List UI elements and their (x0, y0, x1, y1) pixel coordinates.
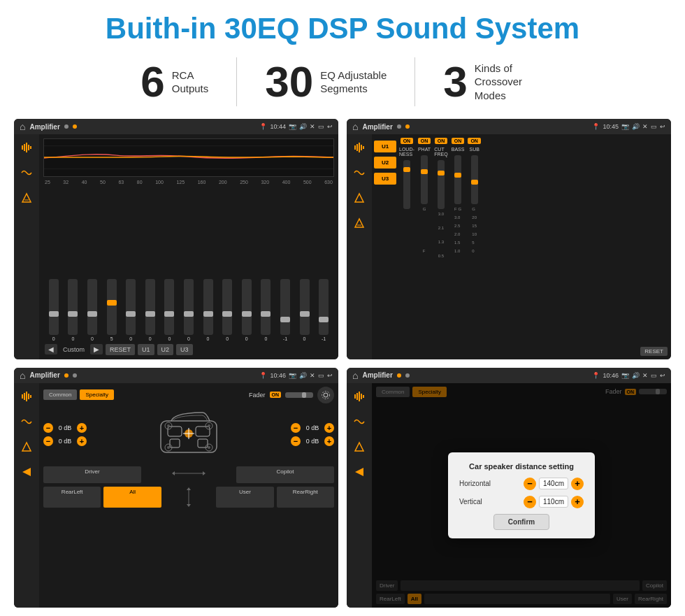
cro-sidebar-icon-4[interactable] (352, 215, 367, 231)
sp-btn-driver[interactable]: Driver (43, 466, 141, 483)
eq-slider-6[interactable]: 0 (141, 279, 159, 341)
vol-lr-plus[interactable]: + (77, 436, 87, 446)
vol-left-front: − 0 dB + (43, 423, 87, 433)
crossover-reset-btn[interactable]: RESET (640, 347, 668, 356)
preset-u3-btn[interactable]: U3 (374, 173, 396, 185)
eq-u2-btn[interactable]: U2 (157, 344, 174, 355)
sp-btn-rearright[interactable]: RearRight (277, 487, 334, 508)
dialog-status-icons: 📍 10:46 📷 🔊 ✕ ▭ ↩ (592, 372, 665, 379)
sp-tab-common[interactable]: Common (43, 389, 77, 400)
dlg-back-icon[interactable]: ↩ (660, 372, 665, 379)
vol-lr-minus[interactable]: − (43, 436, 53, 446)
eq-slider-11[interactable]: 0 (238, 279, 256, 341)
cutfreq-track[interactable] (438, 160, 445, 209)
speaker-home-icon[interactable]: ⌂ (20, 370, 25, 381)
sp-sidebar-icon-1[interactable] (19, 389, 34, 404)
crossover-home-icon[interactable]: ⌂ (352, 121, 358, 132)
sp-sidebar-icon-2[interactable] (19, 414, 34, 429)
dialog-v-plus-btn[interactable]: + (571, 496, 584, 508)
loudness-on[interactable]: ON (401, 138, 414, 144)
preset-u1-btn[interactable]: U1 (374, 141, 396, 152)
phat-track[interactable] (421, 155, 428, 204)
dlg-sidebar-icon-1[interactable] (352, 389, 367, 404)
eq-sidebar-icon-3[interactable] (19, 190, 34, 206)
eq-next-btn[interactable]: ▶ (90, 344, 103, 354)
cro-sidebar-icon-1[interactable] (352, 140, 367, 155)
sub-on[interactable]: ON (468, 138, 481, 144)
stat-crossover: 3 Kinds ofCrossover Modes (415, 60, 572, 103)
eq-slider-13[interactable]: -1 (276, 279, 294, 341)
eq-prev-btn[interactable]: ◀ (45, 344, 57, 354)
cro-sidebar-icon-2[interactable] (352, 165, 367, 180)
fader-on-badge[interactable]: ON (270, 392, 282, 398)
vol-lf-plus[interactable]: + (77, 423, 87, 433)
preset-u2-btn[interactable]: U2 (374, 157, 396, 169)
eq-slider-4[interactable]: 5 (103, 279, 121, 341)
svg-point-36 (167, 424, 170, 427)
dialog-v-minus-btn[interactable]: − (524, 496, 536, 508)
eq-slider-12[interactable]: 0 (257, 279, 275, 341)
sp-camera-icon: 📷 (289, 372, 296, 379)
fader-slider[interactable] (285, 392, 313, 398)
stat-eq: 30 EQ AdjustableSegments (237, 60, 414, 103)
dlg-sidebar-icon-4[interactable] (352, 464, 367, 480)
vol-rr-value: 0 dB (303, 438, 322, 445)
vol-rr-plus[interactable]: + (324, 436, 334, 446)
cro-sidebar-icon-3[interactable] (352, 190, 367, 206)
eq-slider-10[interactable]: 0 (218, 279, 236, 341)
vol-rf-plus[interactable]: + (324, 423, 334, 433)
dialog-horizontal-label: Horizontal (459, 480, 524, 487)
eq-slider-7[interactable]: 0 (161, 279, 179, 341)
eq-sidebar-icon-2[interactable] (19, 165, 34, 180)
eq-u3-btn[interactable]: U3 (176, 344, 193, 355)
dialog-home-icon[interactable]: ⌂ (352, 370, 358, 381)
sp-btn-copilot[interactable]: Copilot (236, 466, 334, 483)
eq-close-icon: ✕ (310, 123, 315, 130)
sub-track[interactable] (471, 155, 478, 204)
speaker-status-bar: ⌂ Amplifier 📍 10:46 📷 🔊 ✕ ▭ ↩ (14, 368, 338, 383)
cutfreq-label: CUTFREQ (434, 147, 447, 157)
dlg-sidebar-icon-2[interactable] (352, 414, 367, 429)
bass-track[interactable] (454, 155, 461, 204)
eq-slider-5[interactable]: 0 (122, 279, 140, 341)
loudness-track[interactable] (403, 160, 410, 209)
eq-slider-8[interactable]: 0 (180, 279, 198, 341)
dialog-overlay: Car speaker distance setting Horizontal … (372, 383, 671, 608)
dialog-h-plus-btn[interactable]: + (571, 478, 584, 490)
eq-u1-btn[interactable]: U1 (138, 344, 154, 355)
eq-back-icon[interactable]: ↩ (327, 123, 333, 130)
vol-col-left: − 0 dB + − 0 dB + (43, 423, 87, 446)
phat-on[interactable]: ON (418, 138, 431, 144)
eq-slider-14[interactable]: 0 (296, 279, 314, 341)
sp-btn-all[interactable]: All (103, 487, 161, 508)
sp-tab-specialty[interactable]: Specialty (80, 389, 113, 400)
vol-lf-minus[interactable]: − (43, 423, 53, 433)
sp-btn-user[interactable]: User (216, 487, 273, 508)
eq-home-icon[interactable]: ⌂ (20, 121, 25, 132)
eq-slider-2[interactable]: 0 (64, 279, 82, 341)
stat-label-eq: EQ AdjustableSegments (320, 69, 387, 96)
sp-btn-rearleft[interactable]: RearLeft (43, 487, 101, 508)
dialog-h-minus-btn[interactable]: − (524, 478, 536, 490)
eq-status-icons: 📍 10:44 📷 🔊 ✕ ▭ ↩ (259, 123, 333, 130)
vol-rr-minus[interactable]: − (291, 436, 301, 446)
dlg-sidebar-icon-3[interactable] (352, 439, 367, 454)
eq-slider-1[interactable]: 0 (45, 279, 63, 341)
eq-slider-15[interactable]: -1 (315, 279, 333, 341)
sp-back-icon[interactable]: ↩ (327, 372, 333, 379)
cutfreq-on[interactable]: ON (435, 138, 448, 144)
sp-sidebar-icon-3[interactable] (19, 439, 34, 454)
cro-back-icon[interactable]: ↩ (660, 123, 665, 130)
vol-rf-minus[interactable]: − (291, 423, 301, 433)
cro-close-icon: ✕ (642, 123, 648, 130)
dialog-confirm-btn[interactable]: Confirm (493, 514, 549, 530)
sp-sidebar-icon-4[interactable] (19, 464, 34, 480)
eq-slider-9[interactable]: 0 (199, 279, 217, 341)
eq-slider-3[interactable]: 0 (83, 279, 101, 341)
settings-icon[interactable] (317, 387, 334, 403)
eq-reset-btn[interactable]: RESET (106, 344, 135, 355)
eq-dot1 (64, 124, 68, 129)
bass-on[interactable]: ON (452, 138, 465, 144)
svg-point-25 (324, 393, 328, 397)
eq-sidebar-icon-1[interactable] (19, 140, 34, 155)
